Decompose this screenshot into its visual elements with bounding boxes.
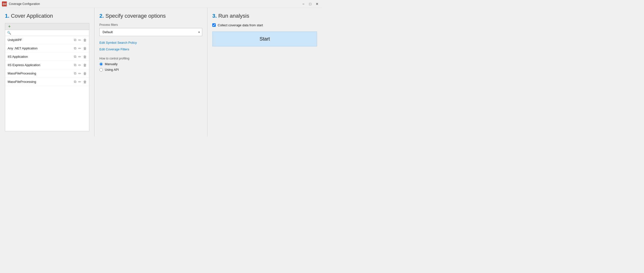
copy-icon[interactable]: ⧉	[74, 55, 76, 59]
list-item-actions: ⧉ ✏ 🗑	[74, 80, 87, 84]
edit-icon[interactable]: ✏	[78, 80, 81, 84]
profiling-control-radio-group: Manually Using API	[100, 62, 202, 72]
list-item-actions: ⧉ ✏ 🗑	[74, 55, 87, 59]
edit-icon[interactable]: ✏	[78, 38, 81, 42]
list-toolbar: +	[5, 23, 89, 30]
application-list: UnityWPF ⧉ ✏ 🗑 Any .NET Application ⧉ ✏ …	[5, 36, 89, 131]
list-item-name: IIS Express Application	[8, 63, 74, 67]
list-item[interactable]: IIS Application ⧉ ✏ 🗑	[5, 53, 89, 61]
delete-icon[interactable]: 🗑	[83, 55, 87, 59]
list-item-name: MassFileProcessing	[8, 80, 74, 84]
collect-coverage-row: Collect coverage data from start	[212, 23, 317, 28]
main-content: 1. Cover Application + 🔍 UnityWPF ⧉ ✏ 🗑 …	[0, 8, 322, 136]
window-title: Coverage Configuration	[9, 2, 300, 6]
process-filters-label: Process filters	[100, 23, 202, 27]
step-3-text: Run analysis	[218, 13, 249, 19]
title-bar: DC Coverage Configuration − □ ✕	[0, 0, 322, 8]
maximize-button[interactable]: □	[307, 2, 313, 7]
copy-icon[interactable]: ⧉	[74, 80, 76, 84]
list-item[interactable]: UnityWPF ⧉ ✏ 🗑	[5, 36, 89, 44]
section-2-heading: 2. Specify coverage options	[100, 13, 202, 19]
add-application-button[interactable]: +	[7, 24, 12, 29]
copy-icon[interactable]: ⧉	[74, 46, 76, 50]
search-input[interactable]	[12, 31, 87, 35]
panel-cover-application: 1. Cover Application + 🔍 UnityWPF ⧉ ✏ 🗑 …	[0, 8, 94, 136]
list-item-actions: ⧉ ✏ 🗑	[74, 46, 87, 50]
window-controls: − □ ✕	[300, 2, 320, 7]
search-bar: 🔍	[5, 30, 89, 36]
app-logo: DC	[2, 2, 7, 7]
close-button[interactable]: ✕	[314, 2, 320, 7]
list-item-name: UnityWPF	[8, 38, 74, 42]
start-button[interactable]: Start	[212, 32, 317, 47]
step-1-num: 1.	[5, 13, 9, 19]
list-item-name: Any .NET Application	[8, 47, 74, 50]
step-1-text: Cover Application	[11, 13, 53, 19]
process-filters-dropdown[interactable]: Default	[100, 28, 202, 36]
delete-icon[interactable]: 🗑	[83, 63, 87, 67]
list-item-name: MassFileProcessing	[8, 72, 74, 75]
list-item-actions: ⧉ ✏ 🗑	[74, 63, 87, 67]
panel-coverage-options: 2. Specify coverage options Process filt…	[94, 8, 208, 136]
collect-coverage-checkbox[interactable]	[212, 23, 216, 27]
radio-using-api-label: Using API	[105, 68, 119, 72]
edit-icon[interactable]: ✏	[78, 72, 81, 75]
copy-icon[interactable]: ⧉	[74, 63, 76, 67]
copy-icon[interactable]: ⧉	[74, 71, 76, 75]
edit-icon[interactable]: ✏	[78, 63, 81, 67]
radio-using-api-input[interactable]	[100, 68, 103, 72]
delete-icon[interactable]: 🗑	[83, 72, 87, 75]
delete-icon[interactable]: 🗑	[83, 80, 87, 84]
svg-text:DC: DC	[3, 2, 7, 6]
delete-icon[interactable]: 🗑	[83, 38, 87, 42]
search-icon: 🔍	[7, 31, 11, 35]
application-list-container: + 🔍 UnityWPF ⧉ ✏ 🗑 Any .NET Application …	[5, 23, 89, 131]
delete-icon[interactable]: 🗑	[83, 47, 87, 50]
list-item[interactable]: MassFileProcessing ⧉ ✏ 🗑	[5, 69, 89, 78]
panel-run-analysis: 3. Run analysis Collect coverage data fr…	[208, 8, 322, 136]
section-1-heading: 1. Cover Application	[5, 13, 89, 19]
radio-manually-label: Manually	[105, 62, 118, 66]
radio-using-api[interactable]: Using API	[100, 68, 202, 72]
list-item-actions: ⧉ ✏ 🗑	[74, 71, 87, 75]
copy-icon[interactable]: ⧉	[74, 38, 76, 42]
list-item[interactable]: IIS Express Application ⧉ ✏ 🗑	[5, 61, 89, 69]
edit-symbol-search-policy-link[interactable]: Edit Symbol Search Policy	[100, 40, 202, 45]
edit-coverage-filters-link[interactable]: Edit Coverage Filters	[100, 47, 202, 52]
list-item[interactable]: Any .NET Application ⧉ ✏ 🗑	[5, 44, 89, 53]
radio-manually[interactable]: Manually	[100, 62, 202, 66]
list-item-actions: ⧉ ✏ 🗑	[74, 38, 87, 42]
process-filters-wrapper: Default ▾	[100, 28, 202, 36]
step-3-num: 3.	[212, 13, 217, 19]
radio-manually-input[interactable]	[100, 62, 103, 66]
edit-icon[interactable]: ✏	[78, 55, 81, 59]
minimize-button[interactable]: −	[300, 2, 306, 7]
list-item[interactable]: MassFileProcessing ⧉ ✏ 🗑	[5, 78, 89, 86]
list-item-name: IIS Application	[8, 55, 74, 59]
how-to-control-label: How to control profiling	[100, 57, 202, 60]
edit-icon[interactable]: ✏	[78, 47, 81, 50]
step-2-text: Specify coverage options	[105, 13, 166, 19]
step-2-num: 2.	[100, 13, 104, 19]
collect-coverage-label: Collect coverage data from start	[218, 23, 263, 28]
section-3-heading: 3. Run analysis	[212, 13, 317, 19]
